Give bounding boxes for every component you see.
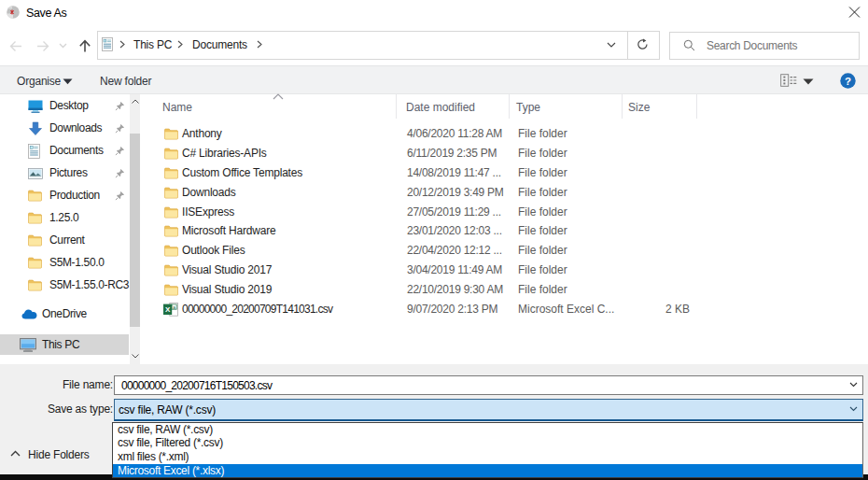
svg-text:X: X — [165, 305, 171, 314]
svg-text:?: ? — [845, 76, 851, 87]
